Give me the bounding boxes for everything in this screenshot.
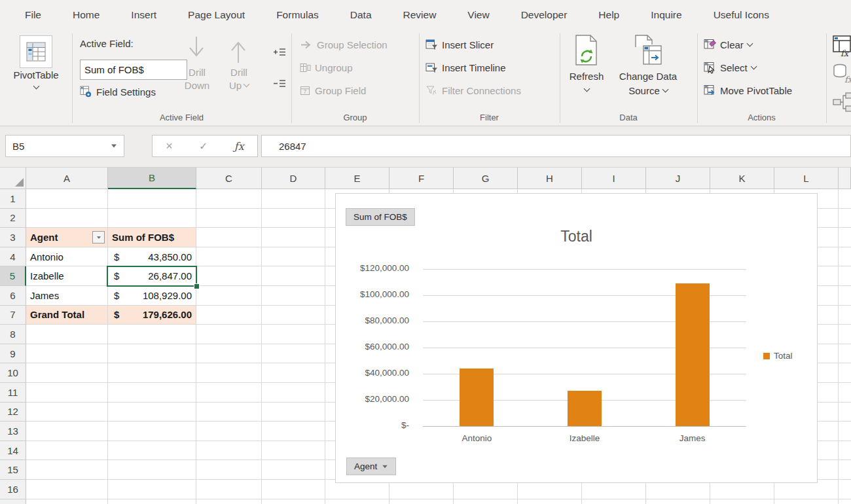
pivot-header-agent[interactable]: Agent: [26, 228, 108, 247]
formula-value: 26847: [279, 141, 306, 152]
pivot-chart[interactable]: Sum of FOB$ Total $-$20,000.00$40,000.00…: [335, 193, 818, 483]
ribbon-tab-developer[interactable]: Developer: [505, 0, 583, 30]
name-box-dropdown-icon[interactable]: [111, 145, 117, 148]
move-pivottable-button[interactable]: Move PivotTable: [704, 82, 792, 99]
column-header-E[interactable]: E: [325, 168, 389, 189]
column-header-D[interactable]: D: [262, 168, 325, 189]
refresh-label: Refresh: [563, 71, 610, 82]
chart-axis-field-button[interactable]: Agent: [346, 458, 396, 475]
agent-filter-button[interactable]: [92, 231, 105, 243]
ribbon-tab-inquire[interactable]: Inquire: [635, 0, 697, 30]
row-header-12[interactable]: 12: [0, 403, 26, 422]
collapse-field-button[interactable]: [272, 79, 287, 88]
column-header-C[interactable]: C: [196, 168, 262, 189]
drill-down-button: Drill: [178, 67, 216, 78]
row-header-1[interactable]: 1: [0, 189, 26, 209]
chart-title: Total: [336, 228, 817, 245]
ribbon-tab-file[interactable]: File: [9, 0, 57, 30]
insert-slicer-button[interactable]: Insert Slicer: [426, 37, 494, 53]
fill-handle[interactable]: [194, 283, 200, 289]
pivottable-icon: [20, 35, 52, 68]
row-header-partial[interactable]: [0, 499, 26, 504]
row-header-3[interactable]: 3: [0, 228, 26, 247]
formula-input[interactable]: 26847: [261, 135, 851, 157]
column-header-L[interactable]: L: [774, 168, 839, 189]
row-header-6[interactable]: 6: [0, 286, 26, 306]
insert-function-icon[interactable]: ƒx: [234, 140, 244, 153]
chart-bar-james[interactable]: [676, 283, 710, 426]
ribbon-tab-home[interactable]: Home: [57, 0, 115, 30]
y-axis-tick-label: $20,000.00: [336, 394, 409, 404]
select-button[interactable]: Select: [704, 60, 756, 76]
column-header-K[interactable]: K: [710, 168, 774, 189]
insert-timeline-button[interactable]: Insert Timeline: [426, 60, 506, 76]
filter-group-label: Filter: [419, 113, 560, 122]
row-header-15[interactable]: 15: [0, 460, 26, 480]
row-header-10[interactable]: 10: [0, 363, 26, 383]
pivot-grand-total-value[interactable]: $179,626.00: [108, 306, 196, 325]
ribbon-tab-data[interactable]: Data: [335, 0, 388, 30]
ribbon-tab-page-layout[interactable]: Page Layout: [172, 0, 261, 30]
ribbon-tab-review[interactable]: Review: [388, 0, 452, 30]
column-header-G[interactable]: G: [454, 168, 518, 189]
row-header-16[interactable]: 16: [0, 480, 26, 499]
chevron-down-icon: [750, 63, 757, 70]
formula-controls: × ✓ ƒx: [152, 135, 258, 157]
column-header-partial[interactable]: [839, 168, 851, 189]
row-header-5[interactable]: 5: [0, 266, 26, 286]
clear-button[interactable]: Clear: [704, 37, 752, 53]
ribbon-tab-useful-icons[interactable]: Useful Icons: [698, 0, 785, 30]
pivot-cell-agent[interactable]: James: [26, 286, 108, 306]
column-header-J[interactable]: J: [646, 168, 710, 189]
ribbon-tab-help[interactable]: Help: [583, 0, 635, 30]
name-box[interactable]: B5: [5, 135, 124, 157]
ribbon-tab-insert[interactable]: Insert: [115, 0, 172, 30]
expand-field-button[interactable]: [272, 47, 287, 57]
row-header-14[interactable]: 14: [0, 441, 26, 461]
pivot-grand-total-label[interactable]: Grand Total: [26, 306, 108, 325]
fields-items-sets-icon[interactable]: fx: [833, 35, 851, 58]
relationships-icon[interactable]: [833, 92, 851, 114]
pivot-cell-value[interactable]: $108,929.00: [108, 286, 196, 306]
pivot-cell-value[interactable]: $43,850.00: [108, 247, 196, 267]
column-header-A[interactable]: A: [26, 168, 108, 189]
chart-gridline: [423, 269, 746, 270]
y-axis-tick-label: $-: [336, 420, 409, 430]
group-separator: [826, 33, 827, 123]
row-header-8[interactable]: 8: [0, 325, 26, 344]
select-all-corner[interactable]: [0, 168, 26, 189]
active-field-group-label: Active Field: [72, 113, 291, 122]
olap-tools-icon[interactable]: fx: [833, 63, 851, 85]
chart-legend[interactable]: Total: [763, 351, 793, 361]
ribbon-tab-view[interactable]: View: [452, 0, 505, 30]
row-header-2[interactable]: 2: [0, 209, 26, 228]
field-settings-button[interactable]: Field Settings: [80, 84, 156, 100]
group-separator: [419, 33, 420, 123]
ribbon-tab-formulas[interactable]: Formulas: [261, 0, 335, 30]
chart-bar-izabelle[interactable]: [568, 391, 602, 426]
filter-connections-icon: [426, 84, 438, 97]
column-header-H[interactable]: H: [518, 168, 582, 189]
change-data-source-label: Change Data: [609, 71, 687, 82]
chart-bar-antonio[interactable]: [460, 369, 494, 426]
pivot-cell-agent[interactable]: Izabelle: [26, 266, 108, 286]
pivot-cell-agent[interactable]: Antonio: [26, 247, 108, 267]
row-header-13[interactable]: 13: [0, 422, 26, 441]
column-header-I[interactable]: I: [582, 168, 646, 189]
svg-text:fx: fx: [844, 75, 851, 84]
field-settings-icon: [80, 86, 92, 98]
chevron-down-icon: [746, 41, 753, 47]
column-header-F[interactable]: F: [389, 168, 454, 189]
chart-value-field-button[interactable]: Sum of FOB$: [346, 208, 415, 226]
y-axis-tick-label: $40,000.00: [336, 368, 409, 378]
group-separator: [72, 33, 73, 123]
group-group-label: Group: [291, 113, 419, 122]
column-header-B[interactable]: B: [108, 168, 196, 189]
active-field-input[interactable]: [80, 60, 187, 80]
row-header-4[interactable]: 4: [0, 247, 26, 267]
pivot-header-value[interactable]: Sum of FOB$: [108, 228, 196, 247]
filter-dropdown-icon: [96, 236, 100, 239]
row-header-9[interactable]: 9: [0, 344, 26, 364]
row-header-11[interactable]: 11: [0, 383, 26, 403]
row-header-7[interactable]: 7: [0, 306, 26, 325]
